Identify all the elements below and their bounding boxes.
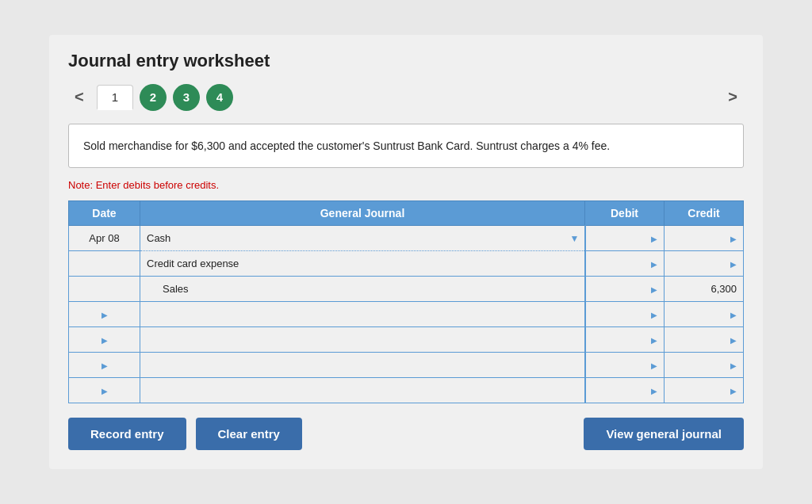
tab-3[interactable]: 3 (173, 84, 200, 111)
input-arrow-icon: ▶ (651, 285, 657, 294)
table-row: ▶ ▶ ▶ (69, 353, 744, 378)
tab-1[interactable]: 1 (97, 85, 133, 110)
prev-arrow[interactable]: < (68, 85, 90, 109)
debit-cell[interactable]: ▶ (585, 378, 665, 403)
description-box: Sold merchandise for $6,300 and accepted… (68, 124, 744, 168)
journal-cell-dropdown[interactable]: Cash ▼ (140, 226, 585, 251)
input-arrow-icon: ▶ (730, 260, 737, 269)
next-arrow[interactable]: > (722, 85, 744, 109)
credit-cell[interactable]: ▶ (665, 327, 744, 353)
input-arrow-icon: ▶ (651, 235, 657, 243)
tab-4[interactable]: 4 (206, 84, 233, 111)
tab-2[interactable]: 2 (140, 84, 167, 111)
table-row: Apr 08 Cash ▼ ▶ ▶ (69, 226, 744, 251)
record-entry-button[interactable]: Record entry (68, 418, 186, 450)
debit-cell[interactable]: ▶ (585, 327, 665, 353)
date-cell: ▶ (69, 353, 140, 378)
journal-cell[interactable] (140, 327, 585, 353)
journal-cell[interactable]: Credit card expense (140, 251, 585, 277)
journal-cell[interactable] (140, 378, 585, 403)
date-cell: ▶ (69, 327, 140, 353)
credit-cell[interactable]: ▶ (665, 251, 744, 277)
table-row: Credit card expense ▶ ▶ (69, 251, 744, 277)
input-arrow-icon: ▶ (730, 361, 737, 370)
date-cell: ▶ (69, 302, 140, 327)
input-arrow-icon: ▶ (730, 235, 737, 243)
journal-cell[interactable] (140, 353, 585, 378)
credit-cell[interactable]: ▶ (665, 226, 744, 251)
date-cell: Apr 08 (69, 226, 140, 251)
table-row: ▶ ▶ ▶ (69, 378, 744, 403)
date-cell (69, 251, 140, 277)
view-general-journal-button[interactable]: View general journal (584, 418, 744, 450)
debit-cell[interactable]: ▶ (585, 277, 665, 302)
description-text: Sold merchandise for $6,300 and accepted… (83, 139, 610, 152)
dropdown-icon[interactable]: ▼ (570, 233, 580, 244)
input-arrow-icon: ▶ (651, 361, 657, 370)
journal-cell[interactable] (140, 302, 585, 327)
date-cell: ▶ (69, 378, 140, 403)
journal-table: Date General Journal Debit Credit Apr 08… (68, 200, 744, 403)
header-debit: Debit (585, 201, 665, 226)
buttons-row: Record entry Clear entry View general jo… (68, 418, 744, 450)
debit-cell[interactable]: ▶ (585, 251, 665, 277)
debit-cell[interactable]: ▶ (585, 353, 665, 378)
header-credit: Credit (665, 201, 744, 226)
note-text: Note: Enter debits before credits. (68, 179, 744, 191)
journal-cell[interactable]: Sales (140, 277, 585, 302)
table-row: ▶ ▶ ▶ (69, 327, 744, 353)
credit-cell[interactable]: 6,300 (665, 277, 744, 302)
clear-entry-button[interactable]: Clear entry (196, 418, 302, 450)
credit-cell[interactable]: ▶ (665, 302, 744, 327)
debit-cell[interactable]: ▶ (585, 302, 665, 327)
page-title: Journal entry worksheet (68, 51, 744, 71)
worksheet-container: Journal entry worksheet < 1 2 3 4 > Sold… (49, 35, 763, 469)
input-arrow-icon: ▶ (730, 311, 737, 319)
input-arrow-icon: ▶ (651, 387, 657, 395)
input-arrow-icon: ▶ (730, 387, 737, 395)
credit-cell[interactable]: ▶ (665, 353, 744, 378)
credit-cell[interactable]: ▶ (665, 378, 744, 403)
header-date: Date (69, 201, 140, 226)
tabs-row: < 1 2 3 4 > (68, 84, 744, 111)
date-cell (69, 277, 140, 302)
table-row: ▶ ▶ ▶ (69, 302, 744, 327)
input-arrow-icon: ▶ (730, 336, 737, 345)
header-journal: General Journal (140, 201, 585, 226)
debit-cell[interactable]: ▶ (585, 226, 665, 251)
input-arrow-icon: ▶ (651, 260, 657, 269)
input-arrow-icon: ▶ (651, 311, 657, 319)
table-row: Sales ▶ 6,300 (69, 277, 744, 302)
input-arrow-icon: ▶ (651, 336, 657, 345)
